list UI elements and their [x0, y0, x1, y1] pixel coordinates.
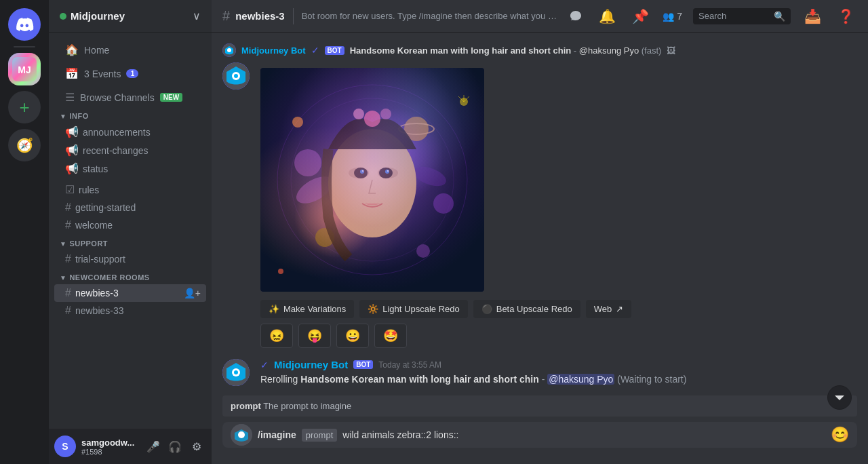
bot-avatar-2: [222, 359, 250, 386]
reaction-btn-4[interactable]: 🤩: [374, 324, 407, 348]
channel-item-newbies-33[interactable]: # newbies-33: [54, 302, 206, 320]
reaction-btn-2[interactable]: 😝: [298, 324, 331, 348]
svg-point-42: [238, 431, 245, 438]
channel-item-rules[interactable]: ☑ rules: [54, 180, 206, 199]
explore-servers-button[interactable]: 🧭: [8, 129, 41, 161]
rerolling-author[interactable]: Midjourney Bot: [274, 359, 348, 370]
microphone-button[interactable]: 🎤: [144, 437, 163, 456]
generated-image-container: [260, 68, 484, 292]
hash-icon-n3: #: [65, 287, 71, 299]
beta-upscale-icon: ⚫: [481, 304, 492, 314]
mention-tag[interactable]: @haksung Pyo: [579, 45, 639, 56]
waiting-status: (Waiting to start): [617, 374, 686, 385]
action-buttons: ✨ Make Variations 🔆 Light Upscale Redo ⚫…: [260, 300, 857, 318]
rerolling-text: Rerolling Handsome Korean man with long …: [260, 373, 857, 387]
add-member-icon: 👤+: [184, 288, 201, 298]
light-upscale-redo-button[interactable]: 🔆 Light Upscale Redo: [359, 300, 467, 318]
svg-point-3: [227, 48, 231, 52]
verified-icon: ✓: [311, 45, 319, 56]
beta-upscale-redo-button[interactable]: ⚫ Beta Upscale Redo: [473, 300, 580, 318]
server-icon-midjourney[interactable]: MJ: [8, 53, 41, 85]
bot-tag-2: BOT: [353, 360, 373, 369]
server-divider: [14, 46, 35, 47]
notification-icon[interactable]: 🔔: [596, 5, 618, 27]
browse-icon: ☰: [65, 91, 75, 104]
prompt-tag: prompt: [302, 429, 337, 442]
message-group-rerolling: ✓ Midjourney Bot BOT Today at 3:55 AM Re…: [222, 359, 857, 387]
server-sidebar: MJ + 🧭: [0, 0, 49, 464]
channel-header-name: newbies-3: [235, 10, 285, 22]
search-placeholder: Search: [698, 11, 770, 21]
nav-item-events[interactable]: 📅 3 Events 1: [54, 62, 206, 85]
section-arrow: ▼: [60, 113, 66, 120]
announce-icon-3: 📢: [65, 162, 79, 175]
chat-input-wrapper: /imagine prompt 😊: [222, 422, 857, 448]
channel-item-trial-support[interactable]: # trial-support: [54, 250, 206, 268]
search-box[interactable]: Search 🔍: [693, 8, 791, 24]
member-count[interactable]: 👥 7: [663, 11, 682, 22]
channel-item-announcements[interactable]: 📢 announcements: [54, 123, 206, 141]
new-badge: NEW: [160, 93, 182, 102]
make-variations-button[interactable]: ✨ Make Variations: [260, 300, 354, 318]
section-header-support[interactable]: ▼ SUPPORT: [49, 237, 212, 250]
messages-area: Midjourney Bot ✓ BOT Handsome Korean man…: [212, 33, 868, 390]
image-icon: 🖼: [667, 45, 675, 56]
header-actions: 🔔 📌 👥 7 Search 🔍 📥 ❓: [566, 5, 857, 27]
chat-input-field[interactable]: [342, 422, 825, 448]
emoji-button[interactable]: 😊: [831, 426, 849, 444]
hash-icon-n33: #: [65, 305, 71, 317]
rerolling-mention[interactable]: @haksung Pyo: [547, 374, 614, 385]
channel-section-misc: ☑ rules # getting-started # welcome: [49, 180, 212, 234]
user-avatar-letter: S: [62, 441, 68, 452]
svg-point-6: [234, 74, 238, 78]
channel-item-getting-started[interactable]: # getting-started: [54, 199, 206, 216]
message-avatar-small: [222, 43, 236, 57]
events-badge: 1: [126, 69, 138, 78]
reaction-btn-1[interactable]: 😖: [260, 324, 293, 348]
discord-home-button[interactable]: [8, 8, 41, 41]
section-header-info[interactable]: ▼ INFO: [49, 109, 212, 123]
scroll-to-bottom-button[interactable]: [827, 385, 852, 410]
reaction-btn-3[interactable]: 😀: [336, 324, 369, 348]
server-name: Midjourney: [60, 10, 125, 22]
external-link-icon: ↗: [616, 304, 623, 314]
help-icon[interactable]: ❓: [835, 5, 857, 27]
hash-icon-gs: #: [65, 201, 71, 214]
thread-icon[interactable]: [566, 7, 585, 26]
section-header-newcomer[interactable]: ▼ NEWCOMER ROOMS: [49, 271, 212, 284]
channel-section-newcomer: ▼ NEWCOMER ROOMS # newbies-3 👤+ # newbie…: [49, 271, 212, 320]
channel-item-recent-changes[interactable]: 📢 recent-changes: [54, 141, 206, 159]
rerolling-header: ✓ Midjourney Bot BOT Today at 3:55 AM: [260, 359, 857, 370]
announce-icon-2: 📢: [65, 144, 79, 157]
channel-item-newbies-3[interactable]: # newbies-3 👤+: [54, 284, 206, 302]
pin-icon[interactable]: 📌: [629, 5, 652, 27]
events-icon: 📅: [65, 67, 79, 80]
newcomer-arrow: ▼: [60, 274, 66, 282]
prompt-area: prompt The prompt to imagine: [222, 395, 857, 417]
user-panel: S samgoodw... #1598 🎤 🎧 ⚙: [49, 429, 212, 464]
channel-item-welcome[interactable]: # welcome: [54, 216, 206, 234]
server-online-indicator: [60, 13, 66, 20]
rerolling-bold-text: Handsome Korean man with long hair and s…: [300, 374, 539, 385]
nav-item-home[interactable]: 🏠 Home: [54, 38, 206, 62]
message-content-main: ✨ Make Variations 🔆 Light Upscale Redo ⚫…: [260, 62, 857, 348]
chat-input-area: /imagine prompt 😊: [212, 422, 868, 464]
add-server-button[interactable]: +: [8, 91, 41, 123]
inbox-icon[interactable]: 📥: [802, 5, 824, 27]
prompt-hint: The prompt to imagine: [263, 401, 351, 411]
rerolling-timestamp: Today at 3:55 AM: [378, 360, 441, 370]
main-content: # newbies-3 Bot room for new users. Type…: [212, 0, 868, 464]
bot-tag: BOT: [325, 46, 344, 55]
image-overlay: [260, 68, 484, 292]
server-header[interactable]: Midjourney ∨: [49, 0, 212, 33]
web-button[interactable]: Web ↗: [586, 300, 632, 318]
user-avatar-input: [231, 424, 252, 446]
channel-description: Bot room for new users. Type /imagine th…: [302, 11, 561, 21]
settings-button[interactable]: ⚙: [187, 437, 206, 456]
nav-item-browse[interactable]: ☰ Browse Channels NEW: [54, 85, 206, 109]
headset-button[interactable]: 🎧: [165, 437, 184, 456]
message-group-image: ✨ Make Variations 🔆 Light Upscale Redo ⚫…: [222, 62, 857, 348]
reaction-buttons: 😖 😝 😀 🤩: [260, 324, 857, 348]
channel-item-status[interactable]: 📢 status: [54, 159, 206, 178]
message-with-image-header: Midjourney Bot ✓ BOT Handsome Korean man…: [222, 43, 857, 57]
